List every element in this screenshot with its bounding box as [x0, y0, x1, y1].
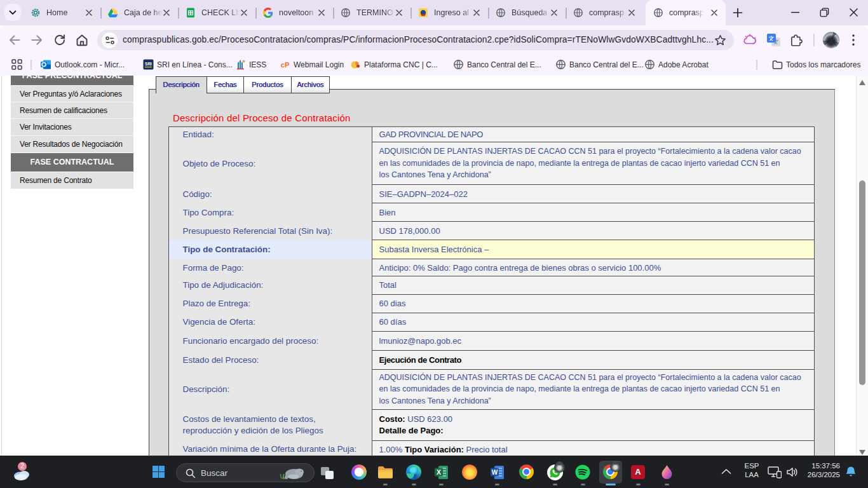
- svg-text:cP: cP: [281, 61, 289, 69]
- svg-text:SRI: SRI: [145, 62, 152, 66]
- svg-text:X: X: [437, 468, 441, 476]
- svg-text:W: W: [492, 469, 498, 476]
